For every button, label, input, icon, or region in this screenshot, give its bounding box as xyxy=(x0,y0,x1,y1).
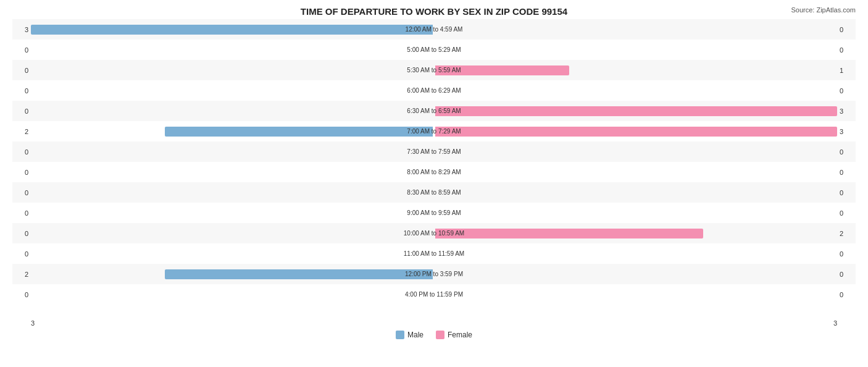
female-bar-container xyxy=(434,167,837,178)
female-value: 1 xyxy=(837,67,856,74)
chart-container: TIME OF DEPARTURE TO WORK BY SEX IN ZIP … xyxy=(0,0,868,367)
legend-male: Male xyxy=(396,331,424,339)
female-value: 0 xyxy=(837,169,856,176)
table-row: 07:30 AM to 7:59 AM0 xyxy=(12,141,856,162)
male-value: 0 xyxy=(12,46,31,54)
female-value: 3 xyxy=(837,128,856,135)
male-bar xyxy=(31,25,433,35)
female-value: 0 xyxy=(837,250,856,258)
male-value: 0 xyxy=(12,169,31,176)
female-bar-container xyxy=(434,146,837,158)
male-bar-container xyxy=(31,44,434,56)
female-color-box xyxy=(436,331,444,339)
male-bar-container xyxy=(31,126,434,137)
legend-female: Female xyxy=(436,331,472,339)
bars-wrapper: 6:00 AM to 6:29 AM xyxy=(31,80,837,101)
female-bar-container xyxy=(434,126,837,137)
female-value: 0 xyxy=(837,148,856,156)
female-value: 0 xyxy=(837,87,856,95)
female-bar-container xyxy=(434,248,837,259)
bars-wrapper: 11:00 AM to 11:59 AM xyxy=(31,243,837,264)
female-value: 0 xyxy=(837,209,856,217)
table-row: 011:00 AM to 11:59 AM0 xyxy=(12,243,856,264)
axis-right: 3 xyxy=(833,319,837,327)
male-value: 2 xyxy=(12,271,31,278)
male-bar xyxy=(165,269,433,279)
bars-wrapper: 12:00 PM to 3:59 PM xyxy=(31,264,837,284)
female-bar-container xyxy=(434,65,837,76)
male-bar-container xyxy=(31,24,434,35)
male-value: 3 xyxy=(12,26,31,33)
male-value: 0 xyxy=(12,148,31,156)
table-row: 08:30 AM to 8:59 AM0 xyxy=(12,182,856,203)
table-row: 212:00 PM to 3:59 PM0 xyxy=(12,264,856,284)
female-bar xyxy=(435,65,569,75)
female-value: 0 xyxy=(837,291,856,298)
bars-wrapper: 5:00 AM to 5:29 AM xyxy=(31,40,837,60)
axis-left: 3 xyxy=(31,319,35,327)
male-bar-container xyxy=(31,167,434,178)
bars-wrapper: 10:00 AM to 10:59 AM xyxy=(31,223,837,243)
male-bar-container xyxy=(31,85,434,96)
male-value: 0 xyxy=(12,189,31,196)
male-bar-container xyxy=(31,187,434,198)
female-bar xyxy=(435,229,703,238)
female-bar xyxy=(435,127,837,137)
bars-wrapper: 7:30 AM to 7:59 AM xyxy=(31,141,837,162)
female-bar xyxy=(435,106,837,116)
bars-wrapper: 4:00 PM to 11:59 PM xyxy=(31,284,837,305)
bars-wrapper: 8:30 AM to 8:59 AM xyxy=(31,182,837,203)
female-value: 2 xyxy=(837,230,856,237)
female-bar-container xyxy=(434,85,837,96)
male-bar-container xyxy=(31,228,434,239)
table-row: 010:00 AM to 10:59 AM2 xyxy=(12,223,856,243)
male-bar-container xyxy=(31,65,434,76)
female-bar-container xyxy=(434,269,837,280)
male-value: 0 xyxy=(12,67,31,74)
female-bar-container xyxy=(434,289,837,300)
female-value: 0 xyxy=(837,189,856,196)
bars-wrapper: 6:30 AM to 6:59 AM xyxy=(31,101,837,121)
female-bar-container xyxy=(434,24,837,35)
table-row: 27:00 AM to 7:29 AM3 xyxy=(12,121,856,141)
male-bar-container xyxy=(31,248,434,259)
male-bar xyxy=(165,127,433,137)
table-row: 09:00 AM to 9:59 AM0 xyxy=(12,203,856,223)
source-text: Source: ZipAtlas.com xyxy=(791,6,856,14)
male-value: 0 xyxy=(12,291,31,298)
bars-wrapper: 9:00 AM to 9:59 AM xyxy=(31,203,837,223)
female-bar-container xyxy=(434,106,837,117)
female-value: 0 xyxy=(837,46,856,54)
male-bar-container xyxy=(31,269,434,280)
female-label: Female xyxy=(448,331,472,339)
bars-wrapper: 5:30 AM to 5:59 AM xyxy=(31,60,837,80)
legend: Male Female xyxy=(12,331,856,339)
bars-wrapper: 7:00 AM to 7:29 AM xyxy=(31,121,837,141)
male-value: 0 xyxy=(12,108,31,115)
table-row: 05:30 AM to 5:59 AM1 xyxy=(12,60,856,80)
female-value: 0 xyxy=(837,271,856,278)
male-value: 2 xyxy=(12,128,31,135)
male-color-box xyxy=(396,331,404,339)
table-row: 06:30 AM to 6:59 AM3 xyxy=(12,101,856,121)
female-bar-container xyxy=(434,44,837,56)
male-bar-container xyxy=(31,146,434,158)
chart-title: TIME OF DEPARTURE TO WORK BY SEX IN ZIP … xyxy=(12,6,856,17)
table-row: 05:00 AM to 5:29 AM0 xyxy=(12,40,856,60)
female-bar-container xyxy=(434,208,837,219)
table-row: 312:00 AM to 4:59 AM0 xyxy=(12,19,856,40)
female-value: 3 xyxy=(837,108,856,115)
female-bar-container xyxy=(434,187,837,198)
chart-area: 312:00 AM to 4:59 AM005:00 AM to 5:29 AM… xyxy=(12,19,856,318)
male-bar-container xyxy=(31,208,434,219)
male-bar-container xyxy=(31,106,434,117)
bars-wrapper: 12:00 AM to 4:59 AM xyxy=(31,19,837,40)
male-label: Male xyxy=(407,331,424,339)
male-value: 0 xyxy=(12,87,31,95)
table-row: 06:00 AM to 6:29 AM0 xyxy=(12,80,856,101)
bars-wrapper: 8:00 AM to 8:29 AM xyxy=(31,162,837,182)
male-value: 0 xyxy=(12,230,31,237)
male-value: 0 xyxy=(12,250,31,258)
table-row: 04:00 PM to 11:59 PM0 xyxy=(12,284,856,305)
male-value: 0 xyxy=(12,209,31,217)
